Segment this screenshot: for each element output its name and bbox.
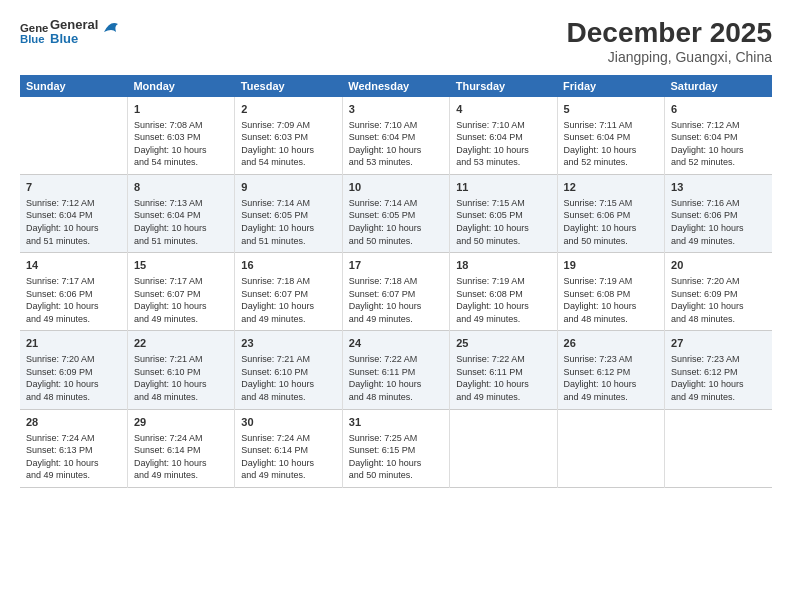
calendar-day-header: Sunday: [20, 75, 127, 97]
calendar-cell: 19Sunrise: 7:19 AM Sunset: 6:08 PM Dayli…: [557, 253, 664, 331]
day-number: 17: [349, 258, 443, 273]
day-number: 16: [241, 258, 335, 273]
day-number: 19: [564, 258, 658, 273]
calendar-cell: 22Sunrise: 7:21 AM Sunset: 6:10 PM Dayli…: [127, 331, 234, 409]
cell-content: Sunrise: 7:22 AM Sunset: 6:11 PM Dayligh…: [456, 353, 550, 403]
calendar-cell: 24Sunrise: 7:22 AM Sunset: 6:11 PM Dayli…: [342, 331, 449, 409]
calendar-day-header: Tuesday: [235, 75, 342, 97]
calendar-cell: 25Sunrise: 7:22 AM Sunset: 6:11 PM Dayli…: [450, 331, 557, 409]
calendar-cell: 11Sunrise: 7:15 AM Sunset: 6:05 PM Dayli…: [450, 175, 557, 253]
cell-content: Sunrise: 7:16 AM Sunset: 6:06 PM Dayligh…: [671, 197, 766, 247]
cell-content: Sunrise: 7:23 AM Sunset: 6:12 PM Dayligh…: [671, 353, 766, 403]
logo-icon: General Blue: [20, 18, 48, 46]
calendar-cell: 8Sunrise: 7:13 AM Sunset: 6:04 PM Daylig…: [127, 175, 234, 253]
day-number: 7: [26, 180, 121, 195]
calendar-cell: 14Sunrise: 7:17 AM Sunset: 6:06 PM Dayli…: [20, 253, 127, 331]
day-number: 1: [134, 102, 228, 117]
day-number: 13: [671, 180, 766, 195]
day-number: 10: [349, 180, 443, 195]
calendar-day-header: Friday: [557, 75, 664, 97]
day-number: 29: [134, 415, 228, 430]
cell-content: Sunrise: 7:11 AM Sunset: 6:04 PM Dayligh…: [564, 119, 658, 169]
header: General Blue General Blue December 2025 …: [20, 18, 772, 65]
cell-content: Sunrise: 7:14 AM Sunset: 6:05 PM Dayligh…: [349, 197, 443, 247]
calendar-cell: 12Sunrise: 7:15 AM Sunset: 6:06 PM Dayli…: [557, 175, 664, 253]
cell-content: Sunrise: 7:24 AM Sunset: 6:14 PM Dayligh…: [134, 432, 228, 482]
calendar-day-header: Wednesday: [342, 75, 449, 97]
day-number: 8: [134, 180, 228, 195]
calendar-cell: 4Sunrise: 7:10 AM Sunset: 6:04 PM Daylig…: [450, 97, 557, 175]
cell-content: Sunrise: 7:21 AM Sunset: 6:10 PM Dayligh…: [134, 353, 228, 403]
cell-content: Sunrise: 7:24 AM Sunset: 6:13 PM Dayligh…: [26, 432, 121, 482]
cell-content: Sunrise: 7:15 AM Sunset: 6:06 PM Dayligh…: [564, 197, 658, 247]
calendar-cell: 3Sunrise: 7:10 AM Sunset: 6:04 PM Daylig…: [342, 97, 449, 175]
day-number: 30: [241, 415, 335, 430]
calendar-cell: 26Sunrise: 7:23 AM Sunset: 6:12 PM Dayli…: [557, 331, 664, 409]
calendar-day-header: Saturday: [665, 75, 772, 97]
calendar-cell: 20Sunrise: 7:20 AM Sunset: 6:09 PM Dayli…: [665, 253, 772, 331]
cell-content: Sunrise: 7:14 AM Sunset: 6:05 PM Dayligh…: [241, 197, 335, 247]
calendar-page: General Blue General Blue December 2025 …: [0, 0, 792, 612]
calendar-cell: 15Sunrise: 7:17 AM Sunset: 6:07 PM Dayli…: [127, 253, 234, 331]
day-number: 27: [671, 336, 766, 351]
calendar-cell: 9Sunrise: 7:14 AM Sunset: 6:05 PM Daylig…: [235, 175, 342, 253]
calendar-cell: 6Sunrise: 7:12 AM Sunset: 6:04 PM Daylig…: [665, 97, 772, 175]
calendar-cell: 17Sunrise: 7:18 AM Sunset: 6:07 PM Dayli…: [342, 253, 449, 331]
logo: General Blue General Blue: [20, 18, 120, 47]
calendar-cell: 1Sunrise: 7:08 AM Sunset: 6:03 PM Daylig…: [127, 97, 234, 175]
calendar-cell: 23Sunrise: 7:21 AM Sunset: 6:10 PM Dayli…: [235, 331, 342, 409]
calendar-cell: 13Sunrise: 7:16 AM Sunset: 6:06 PM Dayli…: [665, 175, 772, 253]
day-number: 4: [456, 102, 550, 117]
calendar-cell: 28Sunrise: 7:24 AM Sunset: 6:13 PM Dayli…: [20, 409, 127, 487]
calendar-cell: [665, 409, 772, 487]
day-number: 18: [456, 258, 550, 273]
day-number: 31: [349, 415, 443, 430]
subtitle: Jiangping, Guangxi, China: [567, 49, 772, 65]
calendar-cell: 10Sunrise: 7:14 AM Sunset: 6:05 PM Dayli…: [342, 175, 449, 253]
cell-content: Sunrise: 7:09 AM Sunset: 6:03 PM Dayligh…: [241, 119, 335, 169]
cell-content: Sunrise: 7:22 AM Sunset: 6:11 PM Dayligh…: [349, 353, 443, 403]
calendar-cell: 7Sunrise: 7:12 AM Sunset: 6:04 PM Daylig…: [20, 175, 127, 253]
calendar-week-row: 21Sunrise: 7:20 AM Sunset: 6:09 PM Dayli…: [20, 331, 772, 409]
title-area: December 2025 Jiangping, Guangxi, China: [567, 18, 772, 65]
day-number: 2: [241, 102, 335, 117]
calendar-cell: 18Sunrise: 7:19 AM Sunset: 6:08 PM Dayli…: [450, 253, 557, 331]
cell-content: Sunrise: 7:23 AM Sunset: 6:12 PM Dayligh…: [564, 353, 658, 403]
calendar-cell: 27Sunrise: 7:23 AM Sunset: 6:12 PM Dayli…: [665, 331, 772, 409]
day-number: 3: [349, 102, 443, 117]
day-number: 22: [134, 336, 228, 351]
day-number: 14: [26, 258, 121, 273]
calendar-body: 1Sunrise: 7:08 AM Sunset: 6:03 PM Daylig…: [20, 97, 772, 488]
cell-content: Sunrise: 7:10 AM Sunset: 6:04 PM Dayligh…: [456, 119, 550, 169]
day-number: 20: [671, 258, 766, 273]
logo-text-line1: General: [50, 18, 98, 32]
calendar-cell: 29Sunrise: 7:24 AM Sunset: 6:14 PM Dayli…: [127, 409, 234, 487]
calendar-week-row: 7Sunrise: 7:12 AM Sunset: 6:04 PM Daylig…: [20, 175, 772, 253]
cell-content: Sunrise: 7:20 AM Sunset: 6:09 PM Dayligh…: [671, 275, 766, 325]
cell-content: Sunrise: 7:12 AM Sunset: 6:04 PM Dayligh…: [26, 197, 121, 247]
calendar-week-row: 14Sunrise: 7:17 AM Sunset: 6:06 PM Dayli…: [20, 253, 772, 331]
cell-content: Sunrise: 7:18 AM Sunset: 6:07 PM Dayligh…: [349, 275, 443, 325]
cell-content: Sunrise: 7:08 AM Sunset: 6:03 PM Dayligh…: [134, 119, 228, 169]
calendar-header-row: SundayMondayTuesdayWednesdayThursdayFrid…: [20, 75, 772, 97]
cell-content: Sunrise: 7:15 AM Sunset: 6:05 PM Dayligh…: [456, 197, 550, 247]
day-number: 6: [671, 102, 766, 117]
cell-content: Sunrise: 7:25 AM Sunset: 6:15 PM Dayligh…: [349, 432, 443, 482]
calendar-table: SundayMondayTuesdayWednesdayThursdayFrid…: [20, 75, 772, 488]
day-number: 11: [456, 180, 550, 195]
day-number: 23: [241, 336, 335, 351]
day-number: 25: [456, 336, 550, 351]
cell-content: Sunrise: 7:21 AM Sunset: 6:10 PM Dayligh…: [241, 353, 335, 403]
cell-content: Sunrise: 7:19 AM Sunset: 6:08 PM Dayligh…: [564, 275, 658, 325]
calendar-day-header: Monday: [127, 75, 234, 97]
day-number: 26: [564, 336, 658, 351]
cell-content: Sunrise: 7:17 AM Sunset: 6:06 PM Dayligh…: [26, 275, 121, 325]
day-number: 21: [26, 336, 121, 351]
calendar-day-header: Thursday: [450, 75, 557, 97]
day-number: 12: [564, 180, 658, 195]
calendar-week-row: 28Sunrise: 7:24 AM Sunset: 6:13 PM Dayli…: [20, 409, 772, 487]
calendar-cell: [450, 409, 557, 487]
cell-content: Sunrise: 7:10 AM Sunset: 6:04 PM Dayligh…: [349, 119, 443, 169]
day-number: 15: [134, 258, 228, 273]
calendar-cell: 16Sunrise: 7:18 AM Sunset: 6:07 PM Dayli…: [235, 253, 342, 331]
